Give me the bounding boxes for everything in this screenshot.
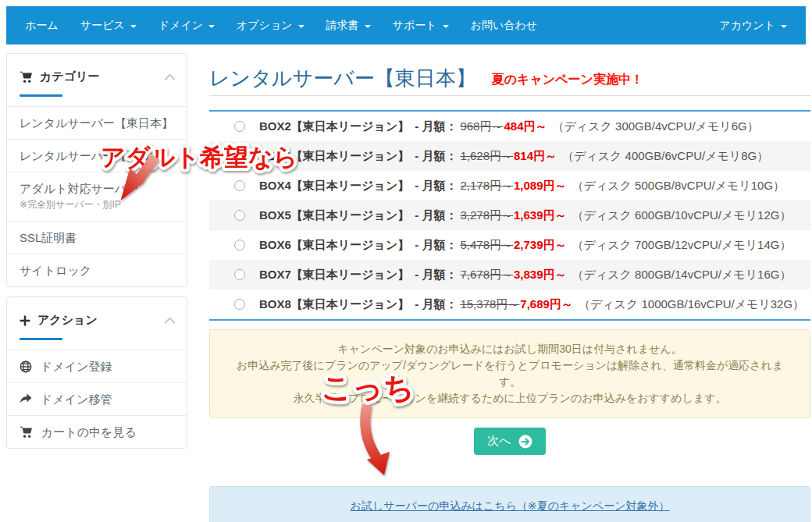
caret-down-icon — [781, 25, 787, 28]
nav-item-label: ドメイン — [158, 19, 203, 33]
plan-radio[interactable] — [234, 210, 245, 221]
trial-offer-box: お試しサーバーの申込みはこちら（※夏のキャンペーン対象外） — [209, 486, 810, 522]
plan-radio[interactable] — [234, 121, 245, 132]
plan-row-box6[interactable]: BOX6【東日本リージョン】 - 月額： 5,478円～ 2,739円～ （ディ… — [209, 230, 810, 260]
plan-radio[interactable] — [234, 269, 245, 280]
plan-spec: （ディスク 300GB/4vCPU/メモリ6G） — [553, 119, 759, 134]
share-icon — [20, 393, 32, 404]
actions-panel-title: アクション — [20, 313, 98, 328]
main-content: レンタルサーバー【東日本】 夏のキャンペーン実施中！ BOX2【東日本リージョン… — [209, 53, 810, 522]
page: ホーム サービス ドメイン オプション 請求書 サポート お問い合わせ アカウン… — [0, 0, 812, 522]
plus-icon — [20, 315, 30, 326]
plan-row-box5[interactable]: BOX5【東日本リージョン】 - 月額： 3,278円～ 1,639円～ （ディ… — [209, 201, 810, 230]
plan-name: BOX5【東日本リージョン】 — [259, 208, 409, 223]
plan-old-price: 968円～ — [460, 119, 503, 134]
plan-row-box3[interactable]: BOX3【東日本リージョン】 - 月額： 1,628円～ 814円～ （ディスク… — [209, 141, 810, 171]
next-button[interactable]: 次へ — [474, 428, 545, 455]
plan-monthly-label: - 月額： — [415, 179, 457, 194]
plan-monthly-label: - 月額： — [415, 208, 457, 223]
actions-panel: アクション ドメイン登録 ドメイン移管 — [6, 297, 187, 449]
sidebar-item-rental-west[interactable]: レンタルサーバー【西日本】 — [7, 139, 187, 172]
cart-icon — [20, 426, 33, 439]
title-underline — [20, 338, 62, 340]
plan-old-price: 5,478円～ — [460, 238, 513, 253]
plan-new-price: 484円～ — [504, 119, 547, 134]
caret-down-icon — [298, 25, 304, 28]
plan-old-price: 7,678円～ — [460, 268, 513, 282]
plan-spec: （ディスク 800GB/14vCPU/メモリ16G） — [572, 268, 792, 282]
nav-item-home[interactable]: ホーム — [14, 6, 69, 44]
nav-item-domains[interactable]: ドメイン — [148, 6, 226, 44]
sidebar-item-label: アダルト対応サーバー — [20, 182, 138, 195]
sidebar-action-view-cart[interactable]: カートの中を見る — [7, 415, 187, 448]
plan-monthly-label: - 月額： — [415, 268, 457, 282]
title-underline — [20, 94, 62, 97]
plan-old-price: 2,178円～ — [460, 179, 513, 194]
plan-radio[interactable] — [234, 299, 245, 310]
next-button-label: 次へ — [487, 434, 511, 449]
plan-spec: （ディスク 400GB/6vCPU/メモリ8G） — [562, 149, 768, 164]
plan-row-box8[interactable]: BOX8【東日本リージョン】 - 月額： 15,378円～ 7,689円～ （デ… — [209, 289, 810, 319]
chevron-up-icon[interactable] — [164, 73, 176, 81]
plan-row-box7[interactable]: BOX7【東日本リージョン】 - 月額： 7,678円～ 3,839円～ （ディ… — [209, 260, 810, 289]
campaign-note: 夏のキャンペーン実施中！ — [492, 72, 643, 91]
sidebar-item-ssl[interactable]: SSL証明書 — [7, 221, 187, 254]
sidebar-item-adult-server[interactable]: アダルト対応サーバー ※完全別サーバー・別IP — [7, 172, 187, 221]
plan-old-price: 1,628円～ — [460, 149, 513, 164]
sidebar-action-transfer-domain[interactable]: ドメイン移管 — [7, 382, 187, 415]
campaign-notice: キャンペーン対象のお申込みにはお試し期間30日は付与されません。 お申込み完了後… — [209, 329, 810, 418]
categories-panel-title: カテゴリー — [20, 69, 99, 84]
plan-new-price: 814円～ — [514, 149, 557, 164]
notice-line: お申込み完了後にプランのアップ/ダウングレードを行うとプロモーションは解除され、… — [226, 357, 794, 390]
nav-item-label: お問い合わせ — [471, 19, 537, 33]
plan-new-price: 1,639円～ — [514, 208, 567, 223]
sidebar-item-sitelock[interactable]: サイトロック — [7, 254, 187, 286]
plan-old-price: 3,278円～ — [460, 208, 513, 223]
cart-icon — [20, 71, 33, 83]
plan-name: BOX7【東日本リージョン】 — [259, 268, 409, 282]
notice-line: 永久半額のプロモーションを継続するために上位プランのお申込みをおすすめします。 — [226, 390, 794, 407]
nav-item-services[interactable]: サービス — [69, 6, 148, 44]
plan-name: BOX2【東日本リージョン】 — [259, 119, 409, 134]
plan-old-price: 15,378円～ — [460, 297, 519, 312]
arrow-circle-right-icon — [518, 435, 532, 449]
plan-new-price: 7,689円～ — [520, 297, 573, 312]
notice-line: キャンペーン対象のお申込みにはお試し期間30日は付与されません。 — [226, 341, 794, 357]
globe-icon — [20, 360, 32, 373]
nav-item-options[interactable]: オプション — [226, 6, 315, 44]
plan-spec: （ディスク 1000GB/16vCPU/メモリ32G） — [579, 297, 804, 312]
caret-down-icon — [365, 25, 371, 28]
plan-row-box4[interactable]: BOX4【東日本リージョン】 - 月額： 2,178円～ 1,089円～ （ディ… — [209, 171, 810, 201]
nav-item-support[interactable]: サポート — [382, 6, 460, 44]
sidebar-item-label: レンタルサーバー【東日本】 — [20, 116, 173, 130]
plan-spec: （ディスク 500GB/8vCPU/メモリ10G） — [572, 179, 785, 194]
plan-radio[interactable] — [234, 180, 245, 191]
caret-down-icon — [130, 25, 137, 28]
nav-item-label: 請求書 — [326, 19, 359, 33]
nav-item-label: サポート — [393, 19, 437, 33]
plan-row-box2[interactable]: BOX2【東日本リージョン】 - 月額： 968円～ 484円～ （ディスク 3… — [209, 112, 810, 141]
nav-item-account[interactable]: アカウント — [708, 6, 798, 44]
plan-name: BOX4【東日本リージョン】 — [259, 179, 409, 194]
plan-new-price: 2,739円～ — [514, 238, 567, 253]
categories-panel: カテゴリー レンタルサーバー【東日本】 レンタルサーバー【西日本】 アダルト対応… — [6, 53, 187, 287]
plan-monthly-label: - 月額： — [415, 119, 457, 134]
plan-spec: （ディスク 600GB/10vCPU/メモリ12G） — [572, 208, 792, 223]
trial-signup-link[interactable]: お試しサーバーの申込みはこちら（※夏のキャンペーン対象外） — [351, 499, 670, 512]
nav-item-label: アカウント — [719, 19, 775, 33]
sidebar-item-label: SSL証明書 — [20, 231, 77, 244]
nav-item-billing[interactable]: 請求書 — [315, 6, 382, 44]
plan-name: BOX8【東日本リージョン】 — [259, 297, 409, 312]
plan-new-price: 1,089円～ — [514, 179, 567, 194]
plan-radio[interactable] — [234, 151, 245, 162]
chevron-up-icon[interactable] — [164, 316, 176, 325]
nav-item-contact[interactable]: お問い合わせ — [460, 6, 548, 44]
plan-radio[interactable] — [234, 240, 245, 250]
title-divider — [209, 95, 810, 96]
sidebar-action-register-domain[interactable]: ドメイン登録 — [7, 350, 187, 382]
caret-down-icon — [443, 25, 449, 28]
actions-title-label: アクション — [37, 313, 98, 328]
sidebar-item-rental-east[interactable]: レンタルサーバー【東日本】 — [7, 106, 187, 139]
sidebar-action-label: カートの中を見る — [41, 424, 137, 439]
plan-new-price: 3,839円～ — [514, 268, 567, 282]
